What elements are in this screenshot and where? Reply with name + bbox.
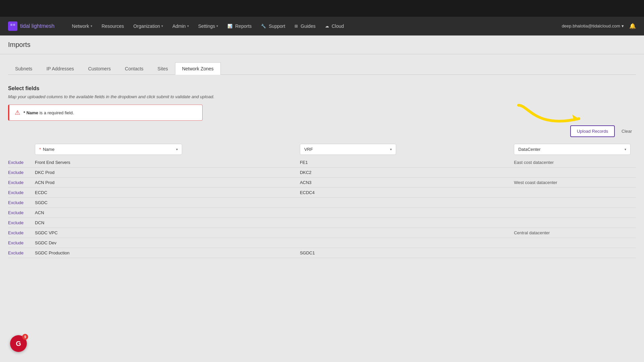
tab-contacts[interactable]: Contacts bbox=[118, 62, 150, 75]
clear-button[interactable]: Clear bbox=[618, 126, 636, 136]
cell-datacenter: East cost datacenter bbox=[514, 160, 636, 165]
cloud-icon: ☁ bbox=[325, 24, 329, 28]
cell-name: SGDC Dev bbox=[35, 240, 193, 245]
alert-icon: ⚠ bbox=[15, 109, 20, 116]
exclude-link[interactable]: Exclude bbox=[8, 240, 35, 245]
exclude-link[interactable]: Exclude bbox=[8, 200, 35, 205]
chevron-down-icon: ▾ bbox=[91, 24, 92, 28]
vrf-dropdown[interactable]: VRF ▾ bbox=[300, 144, 396, 155]
cell-name: SGDC bbox=[35, 200, 193, 205]
datacenter-dropdown[interactable]: DataCenter ▾ bbox=[514, 144, 631, 155]
tab-subnets[interactable]: Subnets bbox=[8, 62, 39, 75]
wrench-icon: 🔧 bbox=[261, 24, 266, 28]
nav-item-network[interactable]: Network ▾ bbox=[68, 21, 96, 32]
section-desc: Map your uploaded columns to the availab… bbox=[8, 94, 636, 99]
alert-text: * Name is a required field. bbox=[23, 110, 74, 115]
table-row: Exclude SGDC Dev bbox=[8, 238, 636, 248]
exclude-link[interactable]: Exclude bbox=[8, 230, 35, 235]
table-header: * Name ▾ VRF ▾ DataCenter bbox=[8, 144, 636, 155]
cell-vrf: SGDC1 bbox=[300, 250, 407, 255]
table-row: Exclude DKC Prod DKC2 bbox=[8, 168, 636, 178]
logo-icon bbox=[8, 21, 17, 31]
cell-name: ACN Prod bbox=[35, 180, 193, 185]
table-row: Exclude SGDC bbox=[8, 198, 636, 208]
chat-badge: 9 bbox=[22, 334, 28, 340]
chat-widget[interactable]: G 9 bbox=[10, 335, 27, 352]
cell-name: SGDC Production bbox=[35, 250, 193, 255]
navbar: tidal lightmesh Network ▾ Resources Orga… bbox=[0, 17, 644, 36]
exclude-link[interactable]: Exclude bbox=[8, 250, 35, 255]
logo-brand: tidal bbox=[20, 23, 30, 29]
table-row: Exclude DCN bbox=[8, 218, 636, 228]
tab-customers[interactable]: Customers bbox=[81, 62, 118, 75]
cell-name: SGDC VPC bbox=[35, 230, 193, 235]
bell-icon[interactable]: 🔔 bbox=[629, 23, 636, 29]
exclude-link[interactable]: Exclude bbox=[8, 210, 35, 215]
table-row: Exclude Front End Servers FE1 East cost … bbox=[8, 158, 636, 168]
exclude-link[interactable]: Exclude bbox=[8, 220, 35, 225]
nav-item-cloud[interactable]: ☁ Cloud bbox=[321, 21, 348, 32]
nav-items: Network ▾ Resources Organization ▾ Admin… bbox=[68, 21, 561, 32]
datacenter-column-header: DataCenter ▾ bbox=[514, 144, 636, 155]
user-email[interactable]: deep.bhalotia@tidalcloud.com ▾ bbox=[562, 23, 624, 28]
table-rows: Exclude Front End Servers FE1 East cost … bbox=[8, 158, 636, 258]
nav-item-support[interactable]: 🔧 Support bbox=[257, 21, 289, 32]
page-header: Imports bbox=[0, 36, 644, 54]
table-row: Exclude ACN bbox=[8, 208, 636, 218]
table-row: Exclude SGDC Production SGDC1 bbox=[8, 248, 636, 258]
logo-text: tidal lightmesh bbox=[20, 23, 54, 29]
data-table: * Name ▾ VRF ▾ DataCenter bbox=[8, 144, 636, 258]
required-star: * bbox=[39, 147, 41, 152]
chevron-down-icon: ▾ bbox=[161, 24, 163, 28]
cell-vrf: ACN3 bbox=[300, 180, 407, 185]
table-row: Exclude SGDC VPC Central datacenter bbox=[8, 228, 636, 238]
page-title: Imports bbox=[8, 41, 636, 49]
top-bar bbox=[0, 0, 644, 17]
nav-item-reports[interactable]: 📊 Reports bbox=[223, 21, 256, 32]
cell-vrf: FE1 bbox=[300, 160, 407, 165]
svg-rect-2 bbox=[10, 26, 12, 28]
tab-sites[interactable]: Sites bbox=[151, 62, 175, 75]
logo-product: lightmesh bbox=[32, 23, 54, 29]
vrf-dropdown-label: VRF bbox=[304, 147, 313, 152]
datacenter-dropdown-label: DataCenter bbox=[518, 147, 540, 152]
section-title: Select fields bbox=[8, 85, 636, 92]
name-dropdown[interactable]: * Name ▾ bbox=[35, 144, 182, 155]
select-fields-section: Select fields Map your uploaded columns … bbox=[8, 85, 636, 121]
tab-ip-addresses[interactable]: IP Addresses bbox=[39, 62, 81, 75]
cell-datacenter: West coast datacenter bbox=[514, 180, 636, 185]
cell-name: ECDC bbox=[35, 190, 193, 195]
chevron-down-icon: ▾ bbox=[187, 24, 189, 28]
svg-rect-3 bbox=[13, 26, 15, 28]
svg-rect-1 bbox=[13, 24, 15, 26]
tabs: Subnets IP Addresses Customers Contacts … bbox=[8, 62, 636, 75]
main-content: Subnets IP Addresses Customers Contacts … bbox=[0, 54, 644, 362]
chart-icon: 📊 bbox=[227, 24, 232, 28]
table-row: Exclude ECDC ECDC4 bbox=[8, 188, 636, 198]
nav-item-organization[interactable]: Organization ▾ bbox=[129, 21, 167, 32]
exclude-link[interactable]: Exclude bbox=[8, 170, 35, 175]
chevron-down-icon: ▾ bbox=[625, 147, 626, 151]
logo[interactable]: tidal lightmesh bbox=[8, 21, 54, 31]
svg-rect-0 bbox=[10, 24, 12, 26]
name-dropdown-label: * Name bbox=[39, 147, 54, 152]
name-column-header: * Name ▾ bbox=[35, 144, 187, 155]
cell-name: DKC Prod bbox=[35, 170, 193, 175]
cell-vrf: DKC2 bbox=[300, 170, 407, 175]
chevron-down-icon: ▾ bbox=[622, 23, 624, 28]
nav-item-guides[interactable]: ⊞ Guides bbox=[290, 21, 319, 32]
exclude-link[interactable]: Exclude bbox=[8, 160, 35, 165]
tab-network-zones[interactable]: Network Zones bbox=[175, 62, 221, 75]
chevron-down-icon: ▾ bbox=[176, 147, 178, 151]
nav-right: deep.bhalotia@tidalcloud.com ▾ 🔔 bbox=[562, 23, 636, 29]
cell-vrf: ECDC4 bbox=[300, 190, 407, 195]
nav-item-admin[interactable]: Admin ▾ bbox=[168, 21, 193, 32]
exclude-link[interactable]: Exclude bbox=[8, 190, 35, 195]
exclude-link[interactable]: Exclude bbox=[8, 180, 35, 185]
vrf-column-header: VRF ▾ bbox=[300, 144, 401, 155]
cell-name: ACN bbox=[35, 210, 193, 215]
cell-name: DCN bbox=[35, 220, 193, 225]
upload-records-button[interactable]: Upload Records bbox=[570, 125, 615, 137]
nav-item-resources[interactable]: Resources bbox=[98, 21, 128, 32]
nav-item-settings[interactable]: Settings ▾ bbox=[194, 21, 222, 32]
